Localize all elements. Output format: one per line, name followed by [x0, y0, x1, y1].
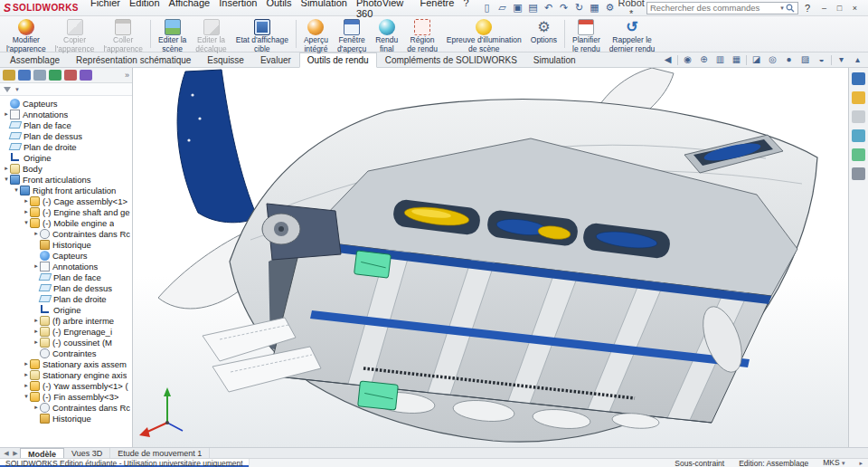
tree-item-engrenage-i[interactable]: ▸(-) Engrenage_i: [0, 326, 132, 337]
command-search[interactable]: ▾: [646, 2, 798, 14]
quick-save-icon[interactable]: ▣: [512, 2, 524, 14]
menu-edition[interactable]: Edition: [125, 0, 165, 20]
engine-hub[interactable]: [262, 204, 341, 260]
expand-arrow-icon[interactable]: ▾: [23, 393, 30, 400]
quick-options-icon[interactable]: ⚙: [604, 2, 617, 14]
menu-fenetre[interactable]: Fenêtre: [415, 0, 458, 20]
units-dropdown-icon[interactable]: ▾: [842, 460, 845, 466]
zoom-area-icon[interactable]: ⊕: [697, 53, 711, 66]
ribbon-epreuve-illumination-button[interactable]: Epreuve d'illuminationde scène: [442, 17, 526, 51]
expand-arrow-icon[interactable]: ▸: [33, 230, 40, 237]
tree-item-contraintes[interactable]: Contraintes: [0, 348, 132, 358]
menu-photoview-360[interactable]: PhotoView 360: [352, 0, 416, 20]
graphics-viewport[interactable]: [133, 68, 848, 447]
display-manager-tab[interactable]: [64, 70, 77, 81]
maximize-button[interactable]: □: [832, 2, 847, 14]
expand-arrow-icon[interactable]: ▸: [33, 404, 40, 411]
doc-tab-modele[interactable]: Modèle: [20, 448, 64, 459]
previous-view-icon[interactable]: ◀: [661, 53, 675, 66]
tree-item-cage-assembly-1[interactable]: ▸(-) Cage assembly<1>: [0, 195, 132, 206]
tab-outils-de-rendu[interactable]: Outils de rendu: [299, 52, 377, 68]
tree-item-contraintes-dans-rc[interactable]: ▸Contraintes dans Rc: [0, 402, 132, 413]
file-explorer-icon[interactable]: [852, 110, 865, 123]
quick-undo-icon[interactable]: ↶: [542, 2, 555, 14]
tree-item-fin-assembly-3[interactable]: ▾(-) Fin assembly<3>: [0, 391, 132, 402]
tree-item-annotations[interactable]: ▸Annotations: [0, 261, 132, 272]
menu-insertion[interactable]: Insertion: [214, 0, 261, 20]
tab-representation-schematique[interactable]: Représentation schématique: [68, 52, 199, 67]
quick-file-properties-icon[interactable]: ▦: [589, 2, 601, 14]
search-input[interactable]: [650, 3, 778, 13]
configuration-manager-tab[interactable]: [33, 70, 46, 81]
tree-item-contraintes-dans-rc[interactable]: ▸Contraintes dans Rc: [0, 228, 132, 239]
doc-tab-vues-3d[interactable]: Vues 3D: [64, 448, 110, 459]
view-orientation-icon[interactable]: ▦: [730, 53, 743, 66]
tree-item-stationary-axis-assem[interactable]: ▸Stationary axis assem: [0, 358, 132, 369]
tree-item-stationary-engine-axis[interactable]: ▸Stationary engine axis: [0, 369, 132, 380]
custom-properties-icon[interactable]: [852, 167, 865, 180]
expand-arrow-icon[interactable]: ▸: [33, 328, 40, 335]
simulation-manager-tab[interactable]: [80, 70, 92, 81]
tree-item-f-arbre-interme[interactable]: ▸(f) arbre interme: [0, 315, 132, 326]
menu-fichier[interactable]: Fichier: [86, 0, 125, 20]
tab-complements-de-solidworks[interactable]: Compléments de SOLIDWORKS: [377, 52, 525, 67]
quick-rebuild-icon[interactable]: ↻: [573, 2, 586, 14]
tree-item-annotations[interactable]: ▸Annotations: [0, 109, 132, 119]
expand-toolbar-icon[interactable]: ▾: [835, 53, 848, 66]
collapse-toolbar-icon[interactable]: ▴: [851, 53, 864, 66]
tree-item-mobile-engine-a[interactable]: ▾(-) Mobile engine a: [0, 217, 132, 228]
expand-arrow-icon[interactable]: ▾: [3, 176, 10, 183]
expand-arrow-icon[interactable]: ▸: [23, 360, 30, 367]
view-palette-icon[interactable]: [852, 129, 865, 142]
tree-item-origine[interactable]: Origine: [0, 152, 132, 163]
edit-appearance-icon[interactable]: ●: [782, 53, 796, 66]
ribbon-apercu-integre-button[interactable]: Aperçuintégré: [299, 17, 333, 51]
menu-simulation[interactable]: Simulation: [297, 0, 352, 20]
quick-print-icon[interactable]: ▤: [527, 2, 540, 14]
menu-[interactable]: ?: [458, 0, 473, 20]
tree-item-historique[interactable]: Historique: [0, 413, 132, 424]
tree-item-front-articulations[interactable]: ▾Front articulations: [0, 174, 132, 185]
tree-filter-row[interactable]: ▼: [0, 83, 132, 96]
tree-item-plan-de-face[interactable]: Plan de face: [0, 119, 132, 130]
filter-dropdown-icon[interactable]: ▼: [14, 87, 20, 92]
graphics-area[interactable]: [133, 68, 848, 447]
apply-scene-icon[interactable]: ▨: [798, 53, 812, 66]
ribbon-options-rendu-button[interactable]: ⚙Options: [526, 17, 561, 51]
ribbon-editer-decalque-button[interactable]: Editer ladécalque: [191, 17, 231, 51]
tree-item-plan-de-droite[interactable]: Plan de droite: [0, 293, 132, 304]
minimize-button[interactable]: –: [816, 2, 832, 14]
section-view-icon[interactable]: ▥: [713, 53, 727, 66]
expand-arrow-icon[interactable]: ▸: [3, 165, 10, 172]
expand-arrow-icon[interactable]: ▸: [23, 197, 30, 205]
ribbon-coller-apparence-button[interactable]: Collerl'apparence: [99, 17, 147, 51]
ribbon-region-rendu-button[interactable]: Régionde rendu: [402, 17, 442, 51]
tab-assemblage[interactable]: Assemblage: [2, 52, 68, 67]
tab-esquisse[interactable]: Esquisse: [199, 52, 252, 67]
expand-arrow-icon[interactable]: ▸: [33, 338, 40, 346]
pane-toggle-icon[interactable]: ▸: [859, 459, 863, 467]
ribbon-rappeler-dernier-rendu-button[interactable]: ↺Rappeler ledernier rendu: [605, 17, 660, 51]
tree-item-capteurs[interactable]: Capteurs: [0, 250, 132, 261]
tree-item-body[interactable]: ▸Body: [0, 163, 132, 174]
motion-nav-arrow-1-icon[interactable]: ◀: [2, 450, 11, 457]
help-button[interactable]: ?: [803, 3, 812, 14]
expand-arrow-icon[interactable]: ▾: [13, 186, 20, 194]
tree-item-capteurs[interactable]: Capteurs: [0, 98, 132, 109]
feature-manager-tab[interactable]: [3, 70, 15, 81]
property-manager-tab[interactable]: [18, 70, 31, 81]
expand-arrow-icon[interactable]: ▸: [3, 110, 10, 118]
expand-arrow-icon[interactable]: ▸: [23, 382, 30, 389]
ribbon-fenetre-apercu-button[interactable]: Fenêtred'aperçu: [333, 17, 371, 51]
panel-tabs-overflow-icon[interactable]: »: [125, 71, 129, 80]
tree-item-engine-shaft-and-ge[interactable]: ▸(-) Engine shaft and ge: [0, 206, 132, 217]
quick-redo-icon[interactable]: ↷: [558, 2, 571, 14]
tree-item-coussinet-m[interactable]: ▸(-) coussinet (M: [0, 337, 132, 348]
motion-nav-arrow-2-icon[interactable]: ▶: [11, 450, 20, 457]
display-style-icon[interactable]: ◪: [750, 53, 763, 66]
ribbon-rendu-final-button[interactable]: Rendufinal: [371, 17, 402, 51]
appearances-scenes-icon[interactable]: [852, 148, 865, 161]
ribbon-editer-scene-button[interactable]: Editer lascène: [154, 17, 191, 51]
dimxpert-manager-tab[interactable]: [49, 70, 61, 81]
menu-outils[interactable]: Outils: [261, 0, 296, 20]
